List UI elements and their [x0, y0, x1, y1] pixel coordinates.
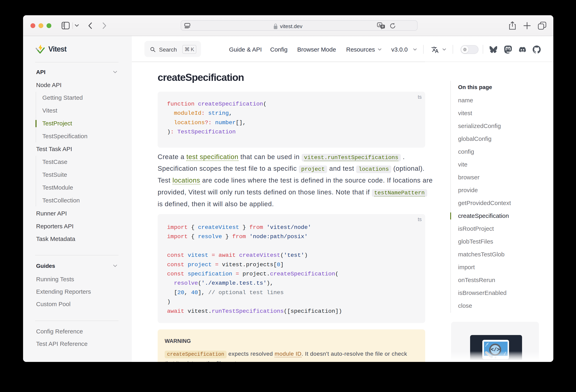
- svg-text:A: A: [379, 23, 381, 27]
